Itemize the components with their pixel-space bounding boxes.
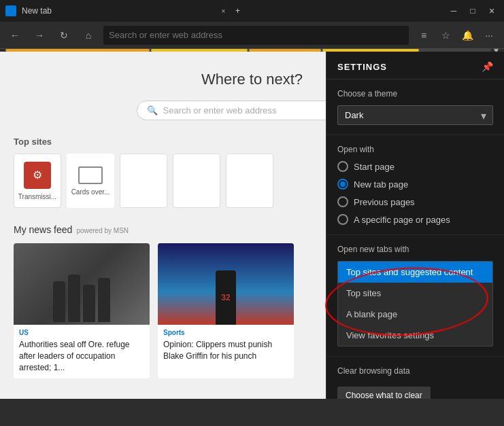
tab-close-btn[interactable]: × [222, 7, 226, 15]
jersey-number: 32 [221, 293, 230, 302]
settings-header: SETTINGS 📌 [326, 52, 504, 79]
radio-new-tab[interactable]: New tab page [337, 179, 493, 190]
dropdown-item-favorites[interactable]: View favorites settings [338, 325, 492, 346]
radio-label-specific: A specific page or pages [354, 215, 450, 225]
basketball-scene: 32 [158, 243, 294, 325]
notifications-icon[interactable]: 🔔 [458, 26, 477, 45]
main-content: Where to next? 🔍 Search or enter web add… [0, 52, 504, 399]
person-1 [53, 281, 65, 322]
news-title-2: Opinion: Clippers must punish Blake Grif… [158, 338, 294, 368]
radio-circle-prev [337, 196, 348, 207]
radio-circle-newtab [337, 179, 348, 190]
news-category-2: Sports [158, 325, 294, 338]
news-img-1 [14, 243, 150, 325]
player-silhouette: 32 [216, 270, 236, 325]
open-with-label: Open with [337, 145, 493, 154]
transmission-icon: ⚙ [24, 162, 51, 189]
clear-browsing-label: Clear browsing data [337, 366, 493, 376]
settings-pin-btn[interactable]: 📌 [482, 61, 493, 72]
person-3 [83, 285, 95, 322]
powered-by-label: powered by MSN [76, 227, 129, 234]
dropdown-item-blank-page[interactable]: A blank page [338, 304, 492, 325]
toolbar-icons: ≡ ☆ 🔔 ··· [414, 26, 499, 45]
refresh-btn[interactable]: ↻ [54, 26, 73, 45]
clear-browsing-btn[interactable]: Choose what to clear [337, 387, 431, 399]
site2-label: Cards over... [71, 188, 110, 196]
news-card-1[interactable]: US Authorities seal off Ore. refuge afte… [14, 243, 150, 378]
forward-btn[interactable]: → [30, 26, 49, 45]
back-btn[interactable]: ← [5, 26, 24, 45]
dropdown-item-top-sites-suggested[interactable]: Top sites and suggested content [338, 262, 492, 283]
site-tile-empty-3[interactable] [226, 154, 273, 208]
news-card-2[interactable]: 32 Sports Opinion: Clippers must punish … [158, 243, 294, 378]
titlebar: New tab × + ─ □ × [0, 0, 504, 22]
open-with-radio-group: Start page New tab page Previous pages A… [337, 161, 493, 225]
news-title-1: Authorities seal off Ore. refuge after l… [14, 338, 150, 378]
site1-label: Transmissi... [18, 193, 56, 200]
radio-circle-specific [337, 214, 348, 225]
clear-browsing-section: Clear browsing data Choose what to clear [326, 357, 504, 399]
hub-icon[interactable]: ☆ [436, 26, 455, 45]
search-hint: Search or enter web address [163, 105, 277, 116]
person-4 [98, 278, 110, 322]
site-tile-transmission[interactable]: ⚙ Transmissi... [14, 154, 61, 208]
theme-select-wrapper: Dark [337, 105, 493, 125]
radio-previous-pages[interactable]: Previous pages [337, 196, 493, 207]
theme-label: Choose a theme [337, 89, 493, 99]
radio-label-prev: Previous pages [354, 197, 415, 207]
new-tab-dropdown: Top sites and suggested content Top site… [337, 261, 493, 347]
settings-title: SETTINGS [337, 62, 387, 72]
open-new-tabs-label: Open new tabs with [337, 245, 493, 254]
add-tab-btn[interactable]: + [231, 4, 244, 18]
maximize-btn[interactable]: □ [466, 4, 480, 18]
news-feed-label: My news feed [14, 224, 72, 235]
hamburger-icon[interactable]: ≡ [414, 26, 433, 45]
radio-specific-page[interactable]: A specific page or pages [337, 214, 493, 225]
radio-label-newtab: New tab page [354, 179, 408, 190]
radio-start-page[interactable]: Start page [337, 161, 493, 172]
people-silhouette [14, 243, 150, 325]
address-input[interactable] [103, 26, 409, 45]
site-tile-empty-2[interactable] [173, 154, 220, 208]
person-2 [68, 274, 80, 322]
news-img-2: 32 [158, 243, 294, 325]
settings-panel: SETTINGS 📌 Choose a theme Dark Open with… [326, 52, 504, 399]
dropdown-item-top-sites[interactable]: Top sites [338, 283, 492, 304]
search-icon: 🔍 [147, 105, 158, 116]
site-tile-cards[interactable]: Cards over... [67, 154, 114, 208]
home-btn[interactable]: ⌂ [79, 26, 98, 45]
browser-favicon [5, 5, 16, 16]
window-close-btn[interactable]: × [485, 4, 499, 18]
radio-circle-start [337, 161, 348, 172]
open-new-tabs-section: Open new tabs with Top sites and suggest… [326, 235, 504, 357]
minimize-btn[interactable]: ─ [447, 4, 460, 18]
news-category-1: US [14, 325, 150, 338]
more-icon[interactable]: ··· [480, 26, 499, 45]
open-with-section: Open with Start page New tab page Previo… [326, 135, 504, 235]
theme-section: Choose a theme Dark [326, 79, 504, 135]
cards-icon [78, 166, 103, 184]
site-tile-empty-1[interactable] [120, 154, 167, 208]
radio-label-start: Start page [354, 162, 394, 172]
theme-select[interactable]: Dark [337, 105, 493, 125]
addressbar: ← → ↻ ⌂ ≡ ☆ 🔔 ··· [0, 22, 504, 49]
tab-title: New tab [22, 6, 214, 16]
